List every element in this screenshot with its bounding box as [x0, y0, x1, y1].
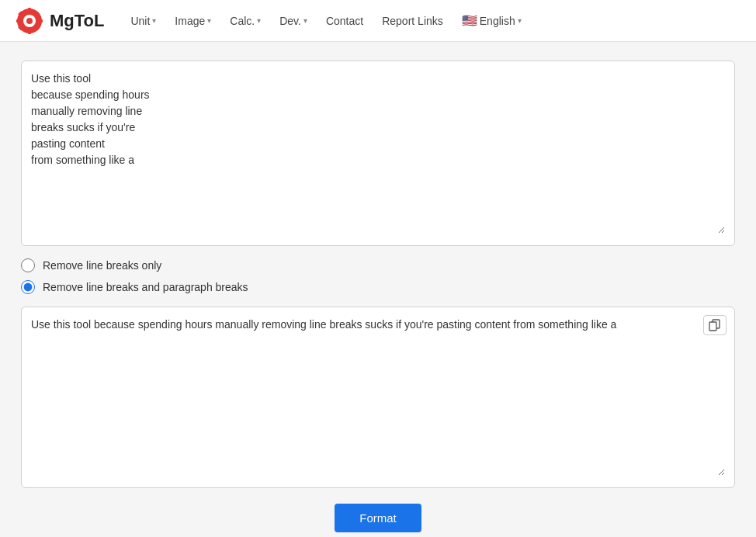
- input-textarea[interactable]: [31, 71, 725, 234]
- chevron-down-icon: ▾: [303, 16, 307, 25]
- copy-button[interactable]: [703, 315, 727, 335]
- copy-icon: [709, 319, 721, 331]
- option-line-and-paragraph-breaks-label: Remove line breaks and paragraph breaks: [43, 281, 248, 293]
- svg-rect-4: [28, 29, 31, 34]
- option-line-and-paragraph-breaks[interactable]: Remove line breaks and paragraph breaks: [21, 280, 735, 294]
- logo-icon: [16, 7, 43, 35]
- nav-calc[interactable]: Calc. ▾: [222, 9, 269, 33]
- main-nav: Unit ▾ Image ▾ Calc. ▾ Dev. ▾ Contact Re…: [123, 7, 740, 34]
- flag-icon: 🇺🇸: [462, 13, 477, 28]
- output-card: [21, 307, 735, 488]
- svg-rect-6: [38, 19, 43, 23]
- output-textarea[interactable]: [31, 317, 725, 476]
- nav-dev[interactable]: Dev. ▾: [272, 9, 315, 33]
- logo-text: MgToL: [50, 11, 104, 31]
- options-section: Remove line breaks only Remove line brea…: [21, 258, 735, 294]
- input-card: [21, 61, 735, 246]
- svg-point-2: [26, 18, 33, 24]
- option-line-breaks-only-label: Remove line breaks only: [43, 259, 161, 272]
- chevron-down-icon: ▾: [207, 16, 211, 25]
- format-button[interactable]: Format: [335, 504, 421, 532]
- nav-contact[interactable]: Contact: [318, 9, 371, 33]
- option-line-breaks-only[interactable]: Remove line breaks only: [21, 258, 735, 272]
- nav-report-links[interactable]: Report Links: [374, 9, 451, 33]
- nav-language[interactable]: 🇺🇸 English ▾: [454, 7, 529, 34]
- chevron-down-icon: ▾: [152, 16, 156, 25]
- chevron-down-icon: ▾: [518, 16, 522, 25]
- format-section: Format: [21, 504, 735, 532]
- svg-rect-12: [709, 322, 716, 331]
- radio-line-and-paragraph-breaks[interactable]: [21, 280, 35, 294]
- nav-unit[interactable]: Unit ▾: [123, 9, 164, 33]
- logo-area[interactable]: MgToL: [16, 7, 104, 35]
- nav-image[interactable]: Image ▾: [167, 9, 219, 33]
- main-content: Remove line breaks only Remove line brea…: [5, 42, 751, 537]
- radio-line-breaks-only[interactable]: [21, 258, 35, 272]
- main-header: MgToL Unit ▾ Image ▾ Calc. ▾ Dev. ▾ Cont…: [0, 0, 756, 42]
- svg-rect-3: [28, 8, 31, 12]
- chevron-down-icon: ▾: [257, 16, 261, 25]
- svg-rect-5: [16, 19, 21, 23]
